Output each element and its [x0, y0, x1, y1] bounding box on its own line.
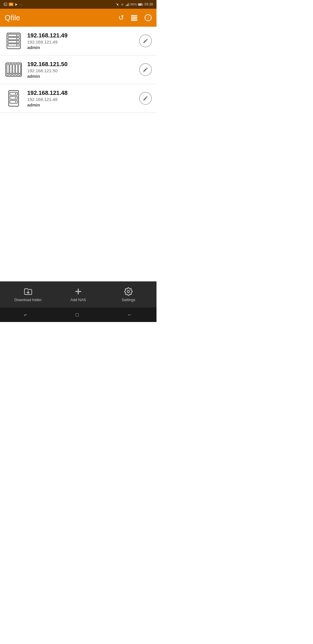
- svg-rect-19: [8, 34, 19, 37]
- battery-text: 86%: [130, 3, 137, 6]
- svg-rect-8: [129, 3, 129, 6]
- svg-point-34: [10, 73, 12, 74]
- svg-rect-39: [10, 92, 17, 95]
- status-right-icons: 86% 09:38: [115, 2, 153, 6]
- battery-icon: [138, 3, 143, 6]
- nas-user-1: admin: [27, 45, 139, 50]
- svg-rect-20: [8, 37, 19, 40]
- nas-user-2: admin: [27, 74, 139, 79]
- svg-point-23: [16, 35, 17, 36]
- nas-edit-button-3[interactable]: [139, 92, 152, 105]
- svg-rect-41: [10, 100, 17, 103]
- status-bar: 74 ··· 86% 09:38: [0, 0, 156, 9]
- nas-name-2: 192.168.121.50: [27, 61, 139, 68]
- app-title: Qfile: [5, 13, 20, 22]
- nas-name-3: 192.168.121.48: [27, 89, 139, 96]
- photo-icon: [3, 2, 8, 6]
- svg-rect-21: [8, 41, 19, 43]
- nas-list: 192.168.121.49 192.168.121.49 admin: [0, 27, 156, 269]
- settings-icon: [124, 287, 133, 296]
- more-dots: ···: [19, 2, 23, 7]
- nas-item-1[interactable]: 192.168.121.49 192.168.121.49 admin: [0, 27, 156, 55]
- nas-icon-3: [5, 89, 23, 107]
- svg-rect-12: [131, 15, 137, 16]
- svg-rect-38: [9, 91, 19, 106]
- settings-label: Settings: [122, 298, 135, 302]
- recent-apps-button[interactable]: ⌐: [18, 310, 33, 320]
- svg-point-47: [128, 290, 130, 293]
- svg-rect-27: [6, 63, 21, 76]
- play-store-icon: [14, 3, 18, 6]
- svg-rect-5: [126, 5, 126, 6]
- svg-point-44: [15, 101, 16, 102]
- nas-item-3[interactable]: 192.168.121.48 192.168.121.48 admin: [0, 84, 156, 113]
- app-bar: Qfile ↺ i: [0, 9, 156, 27]
- nas-info-1: 192.168.121.49 192.168.121.49 admin: [27, 32, 139, 50]
- svg-marker-2: [15, 3, 18, 6]
- svg-rect-6: [127, 4, 127, 6]
- svg-rect-10: [143, 4, 143, 5]
- svg-rect-7: [128, 3, 128, 6]
- nas-info-3: 192.168.121.48 192.168.121.48 admin: [27, 89, 139, 107]
- add-icon: [74, 287, 83, 296]
- download-folder-icon: [24, 287, 32, 296]
- nas-info-2: 192.168.121.50 192.168.121.50 admin: [27, 61, 139, 79]
- mute-icon: [115, 3, 119, 6]
- nas-icon-2: [5, 61, 23, 79]
- nas-edit-button-2[interactable]: [139, 63, 152, 76]
- home-button[interactable]: □: [70, 310, 85, 320]
- svg-point-33: [8, 73, 9, 74]
- svg-point-42: [15, 93, 16, 94]
- notification-badge: 74: [9, 3, 13, 6]
- svg-rect-13: [131, 17, 137, 18]
- svg-rect-15: [131, 20, 137, 21]
- add-nas-nav-item[interactable]: Add NAS: [53, 287, 103, 302]
- svg-rect-40: [10, 96, 17, 99]
- back-button[interactable]: ←: [121, 310, 138, 320]
- svg-point-43: [15, 97, 16, 98]
- refresh-button[interactable]: ↺: [118, 14, 124, 22]
- svg-point-35: [13, 73, 14, 74]
- nas-ip-3: 192.168.121.48: [27, 97, 139, 102]
- svg-rect-11: [138, 3, 141, 5]
- empty-area: [0, 113, 156, 269]
- svg-rect-14: [131, 18, 137, 19]
- system-nav-bar: ⌐ □ ←: [0, 307, 156, 322]
- svg-point-36: [16, 73, 17, 74]
- svg-point-4: [122, 6, 123, 6]
- svg-line-3: [116, 3, 119, 6]
- svg-point-24: [16, 38, 17, 39]
- nas-ip-1: 192.168.121.49: [27, 39, 139, 44]
- nas-name-1: 192.168.121.49: [27, 32, 139, 39]
- signal-icon: [125, 3, 129, 6]
- nas-edit-button-1[interactable]: [139, 35, 152, 47]
- download-folder-nav-item[interactable]: Download folder: [3, 287, 53, 302]
- add-nas-label: Add NAS: [70, 298, 86, 302]
- app-bar-actions: ↺ i: [118, 14, 152, 22]
- settings-nav-item[interactable]: Settings: [103, 287, 154, 302]
- time: 09:38: [144, 2, 153, 6]
- nas-ip-2: 192.168.121.50: [27, 68, 139, 73]
- info-button[interactable]: i: [144, 14, 152, 21]
- svg-rect-0: [4, 3, 7, 6]
- svg-point-37: [19, 73, 20, 74]
- bottom-nav: Download folder Add NAS Settings: [0, 281, 156, 307]
- stack-button[interactable]: [130, 14, 138, 21]
- svg-rect-22: [8, 44, 19, 46]
- svg-text:i: i: [148, 15, 149, 20]
- nas-icon-1: [5, 32, 23, 50]
- status-left-icons: 74 ···: [3, 2, 23, 7]
- svg-point-25: [16, 41, 17, 42]
- download-folder-label: Download folder: [14, 298, 42, 302]
- svg-point-26: [16, 44, 17, 46]
- wifi-icon: [120, 2, 124, 6]
- nas-item-2[interactable]: 192.168.121.50 192.168.121.50 admin: [0, 55, 156, 84]
- nas-user-3: admin: [27, 102, 139, 107]
